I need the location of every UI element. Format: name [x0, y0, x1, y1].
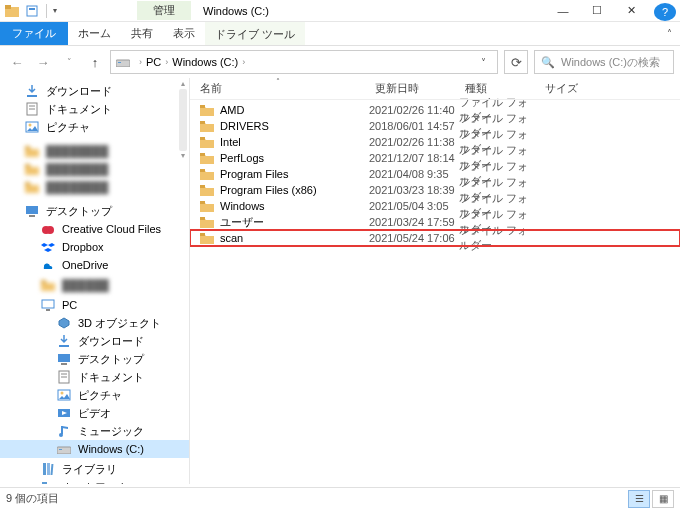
address-bar[interactable]: › PC › Windows (C:) › ˅ [110, 50, 498, 74]
tree-item[interactable]: 3D オブジェクト [0, 314, 189, 332]
refresh-button[interactable]: ⟳ [504, 50, 528, 74]
nav-tree: ▴▾ ダウンロードドキュメントピクチャ ████████████████████… [0, 78, 190, 484]
svg-rect-19 [41, 280, 46, 283]
col-name[interactable]: 名前 [194, 78, 369, 99]
address-dropdown[interactable]: ˅ [473, 52, 493, 72]
svg-rect-3 [29, 8, 35, 10]
svg-point-18 [46, 226, 54, 234]
svg-rect-36 [50, 464, 53, 475]
tree-pc[interactable]: PC [0, 296, 189, 314]
ribbon-tabs: ファイル ホーム 共有 表示 ドライブ ツール ˄ [0, 22, 680, 46]
tree-label: Creative Cloud Files [62, 223, 161, 235]
tree-item[interactable]: デスクトップ [0, 350, 189, 368]
svg-rect-46 [200, 121, 205, 124]
qat-dropdown[interactable]: ▾ [53, 6, 57, 15]
icons-view-button[interactable]: ▦ [652, 490, 674, 508]
col-type[interactable]: 種類 [459, 78, 539, 99]
svg-rect-50 [200, 185, 205, 188]
crumb-pc[interactable]: PC [146, 56, 161, 68]
minimize-button[interactable]: — [546, 0, 580, 22]
tree-item[interactable]: ダウンロード [0, 82, 189, 100]
file-row[interactable]: Windows2021/05/04 3:05ファイル フォルダー [190, 198, 680, 214]
ribbon-collapse[interactable]: ˄ [659, 22, 680, 45]
properties-qat-icon[interactable] [24, 3, 40, 19]
svg-point-29 [61, 392, 64, 395]
column-headers: ˄ 名前 更新日時 種類 サイズ [190, 78, 680, 100]
file-row[interactable]: Program Files (x86)2021/03/23 18:39ファイル … [190, 182, 680, 198]
file-row[interactable]: ユーザー2021/03/24 17:59ファイル フォルダー [190, 214, 680, 230]
home-tab[interactable]: ホーム [68, 22, 121, 45]
folder-icon [200, 104, 214, 116]
dropbox-icon [40, 240, 56, 254]
maximize-button[interactable]: ☐ [580, 0, 614, 22]
tree-item[interactable]: ミュージック [0, 422, 189, 440]
crumb-drive[interactable]: Windows (C:) [172, 56, 238, 68]
col-date[interactable]: 更新日時 [369, 78, 459, 99]
file-row[interactable]: scan2021/05/24 17:06ファイル フォルダー [190, 230, 680, 246]
view-tab[interactable]: 表示 [163, 22, 205, 45]
tree-item[interactable]: ピクチャ [0, 118, 189, 136]
video-icon [56, 406, 72, 420]
tree-item[interactable]: ネットワーク [0, 478, 189, 484]
up-button[interactable]: ↑ [84, 51, 106, 73]
tree-item[interactable]: OneDrive [0, 256, 189, 274]
tree-label: ネットワーク [62, 480, 128, 485]
tree-item[interactable]: Dropbox [0, 238, 189, 256]
tree-item[interactable]: ドキュメント [0, 368, 189, 386]
svg-point-11 [29, 124, 32, 127]
crumb-root-sep[interactable]: › [135, 57, 146, 67]
crumb-sep-end[interactable]: › [238, 57, 249, 67]
tree-item[interactable]: Creative Cloud Files [0, 220, 189, 238]
cube-icon [56, 316, 72, 330]
tree-item[interactable]: ピクチャ [0, 386, 189, 404]
tree-desktop[interactable]: デスクトップ [0, 202, 189, 220]
folder-icon [24, 180, 40, 194]
desktop-icon [56, 352, 72, 366]
tree-label: OneDrive [62, 259, 108, 271]
folder-icon [200, 152, 214, 164]
file-row[interactable]: AMD2021/02/26 11:40ファイル フォルダー [190, 102, 680, 118]
tree-item[interactable]: ライブラリ [0, 460, 189, 478]
svg-rect-15 [26, 206, 38, 214]
help-button[interactable]: ? [654, 3, 676, 21]
tree-item[interactable]: Windows (C:) [0, 440, 189, 458]
search-placeholder: Windows (C:)の検索 [561, 55, 660, 70]
tree-label: ダウンロード [46, 84, 112, 99]
forward-button[interactable]: → [32, 51, 54, 73]
library-icon [40, 462, 56, 476]
file-row[interactable]: Program Files2021/04/08 9:35ファイル フォルダー [190, 166, 680, 182]
pc-icon [40, 298, 56, 312]
crumb-sep[interactable]: › [161, 57, 172, 67]
file-name: DRIVERS [220, 120, 269, 132]
close-button[interactable]: ✕ [614, 0, 648, 22]
file-row[interactable]: PerfLogs2021/12/07 18:14ファイル フォルダー [190, 150, 680, 166]
share-tab[interactable]: 共有 [121, 22, 163, 45]
tree-label: ライブラリ [62, 462, 117, 477]
tree-item[interactable]: ダウンロード [0, 332, 189, 350]
document-icon [56, 370, 72, 384]
item-count: 9 個の項目 [6, 491, 59, 506]
details-view-button[interactable]: ☰ [628, 490, 650, 508]
network-icon [40, 480, 56, 484]
svg-rect-37 [42, 482, 47, 484]
file-list: AMD2021/02/26 11:40ファイル フォルダーDRIVERS2018… [190, 100, 680, 484]
svg-rect-2 [27, 6, 37, 16]
tree-item[interactable]: ドキュメント [0, 100, 189, 118]
file-name: Intel [220, 136, 241, 148]
file-row[interactable]: DRIVERS2018/06/01 14:57ファイル フォルダー [190, 118, 680, 134]
tree-item-redacted: ██████ [0, 276, 189, 294]
drive-tools-tab[interactable]: ドライブ ツール [205, 22, 305, 45]
tree-item[interactable]: ビデオ [0, 404, 189, 422]
file-tab[interactable]: ファイル [0, 22, 68, 45]
file-date: 2021/04/08 9:35 [369, 168, 459, 180]
folder-icon [40, 278, 56, 292]
file-row[interactable]: Intel2021/02/26 11:38ファイル フォルダー [190, 134, 680, 150]
svg-rect-20 [42, 300, 54, 308]
window-controls: — ☐ ✕ [546, 0, 648, 22]
col-size[interactable]: サイズ [539, 78, 599, 99]
tree-label: ドキュメント [46, 102, 112, 117]
back-button[interactable]: ← [6, 51, 28, 73]
recent-dropdown[interactable]: ˅ [58, 51, 80, 73]
search-box[interactable]: 🔍 Windows (C:)の検索 [534, 50, 674, 74]
folder-icon [24, 162, 40, 176]
